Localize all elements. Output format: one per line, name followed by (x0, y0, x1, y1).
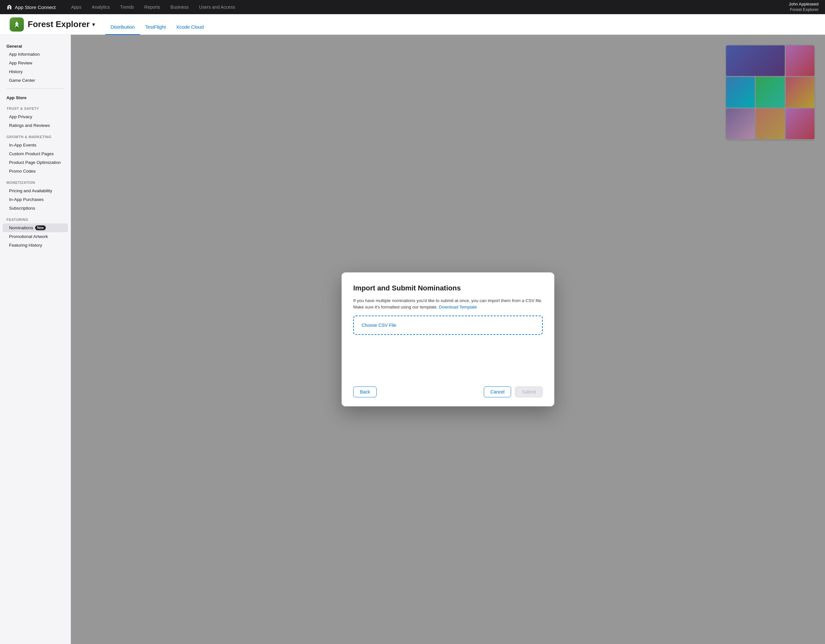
modal-overlay: Import and Submit Nominations If you hav… (71, 35, 825, 644)
user-menu[interactable]: John Appleseed Forest Explorer (789, 2, 819, 12)
top-nav: App Store Connect Apps Analytics Trends … (0, 0, 825, 14)
csv-upload-label: Choose CSV File (362, 323, 396, 328)
sidebar-group-general: General (0, 41, 71, 50)
nav-analytics[interactable]: Analytics (87, 0, 115, 14)
user-account: Forest Explorer (789, 7, 819, 12)
sidebar-item-history[interactable]: History (3, 67, 68, 76)
nav-business[interactable]: Business (165, 0, 194, 14)
sidebar-section-featuring: FEATURING (0, 213, 71, 223)
app-icon-image (12, 20, 21, 29)
cancel-button[interactable]: Cancel (484, 387, 511, 397)
nav-apps[interactable]: Apps (66, 0, 87, 14)
sidebar-group-appstore: App Store (0, 93, 71, 102)
app-icon (10, 17, 24, 32)
nav-users-and-access[interactable]: Users and Access (194, 0, 240, 14)
logo-icon (6, 4, 12, 10)
sidebar-section-growth-marketing: GROWTH & MARKETING (0, 130, 71, 141)
app-name: Forest Explorer (28, 19, 90, 29)
app-name-chevron-icon[interactable]: ▾ (92, 21, 95, 28)
top-nav-logo-text: App Store Connect (15, 5, 56, 10)
modal-spacer (353, 340, 543, 379)
top-nav-links: Apps Analytics Trends Reports Business U… (66, 0, 789, 14)
tab-xcode-cloud[interactable]: Xcode Cloud (171, 14, 209, 35)
sidebar-item-promotional-artwork[interactable]: Promotional Artwork (3, 232, 68, 241)
sidebar-item-app-privacy[interactable]: App Privacy (3, 112, 68, 121)
svg-point-0 (9, 6, 10, 8)
sidebar-item-nominations[interactable]: Nominations New (3, 223, 68, 232)
modal-footer: Back Cancel Submit (353, 384, 543, 397)
app-header: Forest Explorer ▾ Distribution TestFligh… (0, 14, 825, 35)
sidebar-section-monetization: MONETIZATION (0, 176, 71, 186)
sidebar-item-custom-product-pages[interactable]: Custom Product Pages (3, 149, 68, 158)
sidebar-item-ratings-and-reviews[interactable]: Ratings and Reviews (3, 121, 68, 130)
app-store-connect-logo[interactable]: App Store Connect (6, 4, 56, 10)
sidebar-item-in-app-events[interactable]: In-App Events (3, 141, 68, 149)
sidebar-item-pricing-and-availability[interactable]: Pricing and Availability (3, 186, 68, 195)
sidebar-item-app-review[interactable]: App Review (3, 59, 68, 67)
sidebar: General App Information App Review Histo… (0, 35, 71, 644)
sidebar-item-product-page-optimization[interactable]: Product Page Optimization (3, 158, 68, 167)
nav-reports[interactable]: Reports (139, 0, 165, 14)
main-content: Import and Submit Nominations If you hav… (71, 35, 825, 644)
import-submit-nominations-modal: Import and Submit Nominations If you hav… (341, 273, 554, 407)
submit-button[interactable]: Submit (515, 387, 543, 397)
app-tabs: Distribution TestFlight Xcode Cloud (105, 14, 209, 35)
modal-title: Import and Submit Nominations (353, 284, 543, 293)
sidebar-section-trust-safety: TRUST & SAFETY (0, 102, 71, 112)
tab-distribution[interactable]: Distribution (105, 14, 140, 35)
tab-testflight[interactable]: TestFlight (140, 14, 171, 35)
sidebar-item-game-center[interactable]: Game Center (3, 76, 68, 85)
modal-footer-right: Cancel Submit (484, 387, 543, 397)
page-layout: General App Information App Review Histo… (0, 35, 825, 644)
sidebar-item-subscriptions[interactable]: Subscriptions (3, 204, 68, 213)
sidebar-item-promo-codes[interactable]: Promo Codes (3, 167, 68, 176)
nav-trends[interactable]: Trends (115, 0, 139, 14)
sidebar-item-app-information[interactable]: App Information (3, 50, 68, 59)
download-template-link[interactable]: Download Template (439, 305, 477, 310)
back-button[interactable]: Back (353, 387, 377, 397)
nominations-badge: New (35, 225, 46, 230)
modal-description: If you have multiple nominations you'd l… (353, 297, 543, 311)
sidebar-item-in-app-purchases[interactable]: In-App Purchases (3, 195, 68, 204)
user-name: John Appleseed (789, 2, 819, 7)
svg-rect-1 (16, 26, 18, 28)
sidebar-item-featuring-history[interactable]: Featuring History (3, 241, 68, 250)
app-name-row[interactable]: Forest Explorer ▾ (28, 19, 95, 29)
csv-upload-area[interactable]: Choose CSV File (353, 316, 543, 335)
